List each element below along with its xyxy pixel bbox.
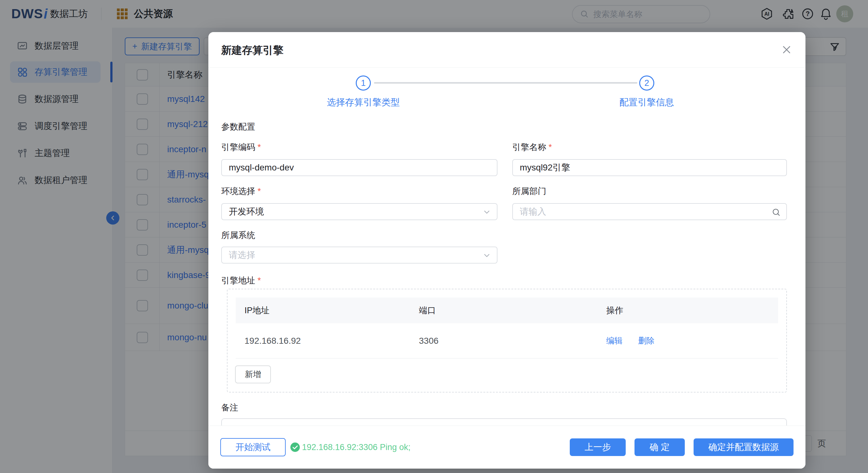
step-1-label: 选择存算引擎类型 <box>301 96 426 109</box>
address-table-header: IP地址 端口 操作 <box>236 297 778 323</box>
ping-result-text: 192.168.16.92:3306 Ping ok; <box>302 443 410 452</box>
system-select[interactable]: 请选择 <box>221 246 497 264</box>
previous-step-button[interactable]: 上一步 <box>570 438 626 456</box>
step-2-circle: 2 <box>639 76 654 91</box>
engine-name-label: 引擎名称 <box>512 142 552 153</box>
environment-select[interactable]: 开发环境 <box>221 203 497 220</box>
close-icon[interactable] <box>780 43 794 57</box>
screen: DWS i 数据工坊 公共资源 AI ? 租 数据层管理 存算引擎管理 <box>0 0 868 473</box>
engine-code-label: 引擎编码 <box>221 142 261 153</box>
actions-column-header: 操作 <box>597 305 778 316</box>
remark-label: 备注 <box>221 402 238 413</box>
engine-address-box: IP地址 端口 操作 192.168.16.92 3306 编辑 删除 <box>227 289 787 392</box>
header-divider <box>208 67 805 68</box>
success-check-icon <box>290 442 300 452</box>
address-table-row: 192.168.16.92 3306 编辑 删除 <box>236 323 778 358</box>
create-engine-modal: 新建存算引擎 1 2 选择存算引擎类型 配置引擎信息 参数配置 引擎编码 引擎名… <box>208 32 805 469</box>
department-field[interactable] <box>512 203 787 220</box>
ip-column-header: IP地址 <box>236 305 410 316</box>
confirm-button[interactable]: 确 定 <box>634 438 685 456</box>
start-test-button[interactable]: 开始测试 <box>220 438 286 456</box>
environment-label: 环境选择 <box>221 185 261 197</box>
delete-link[interactable]: 删除 <box>638 336 655 345</box>
ping-result: 192.168.16.92:3306 Ping ok; <box>290 442 410 452</box>
chevron-down-icon <box>483 252 491 260</box>
department-input[interactable] <box>520 207 779 217</box>
ip-value: 192.168.16.92 <box>236 336 410 346</box>
port-value: 3306 <box>410 336 597 346</box>
address-table: IP地址 端口 操作 192.168.16.92 3306 编辑 删除 <box>236 297 778 358</box>
modal-footer: 开始测试 192.168.16.92:3306 Ping ok; 上一步 确 定… <box>208 425 805 469</box>
add-address-button[interactable]: 新增 <box>235 365 271 383</box>
engine-code-input[interactable] <box>221 159 497 176</box>
step-2-label: 配置引擎信息 <box>584 96 710 109</box>
chevron-down-icon <box>483 208 491 216</box>
department-label: 所属部门 <box>512 185 546 197</box>
step-1-circle: 1 <box>356 76 371 91</box>
system-label: 所属系统 <box>221 230 255 241</box>
engine-name-input[interactable] <box>512 159 787 176</box>
edit-link[interactable]: 编辑 <box>606 336 623 345</box>
search-icon[interactable] <box>772 208 781 217</box>
confirm-and-configure-button[interactable]: 确定并配置数据源 <box>693 438 794 456</box>
environment-value: 开发环境 <box>229 206 264 218</box>
section-title: 参数配置 <box>221 121 255 132</box>
port-column-header: 端口 <box>410 305 597 316</box>
modal-title: 新建存算引擎 <box>221 43 283 58</box>
engine-address-label: 引擎地址 <box>221 275 261 286</box>
step-connector <box>374 82 637 84</box>
system-placeholder: 请选择 <box>229 249 255 261</box>
